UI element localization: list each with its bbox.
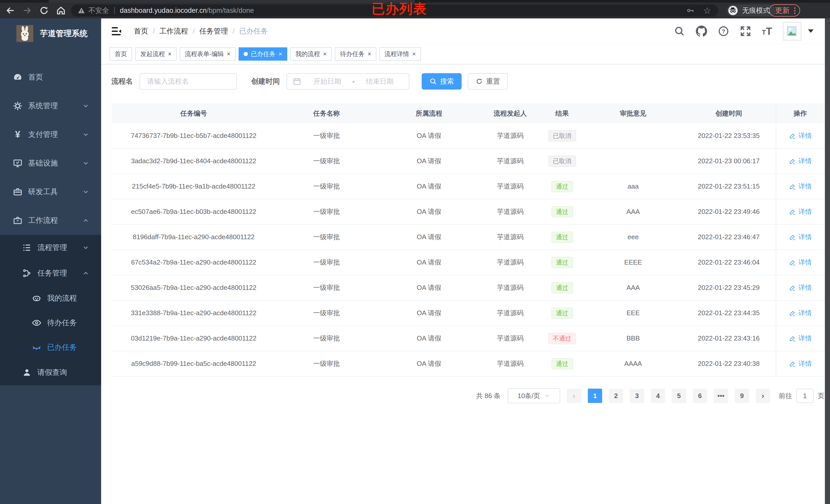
page-button-9[interactable]: 9: [735, 389, 749, 403]
sidebar-item-研发工具[interactable]: 研发工具: [0, 177, 101, 206]
breadcrumb-item-工作流程[interactable]: 工作流程: [159, 26, 188, 36]
help-icon[interactable]: ?: [718, 26, 729, 37]
sidebar-item-流程管理[interactable]: 流程管理: [0, 235, 101, 261]
task-id-cell: 8196daff-7b9a-11ec-a290-acde48001122: [111, 225, 276, 249]
fullscreen-icon[interactable]: [740, 26, 751, 37]
create-time-cell: 2022-01-22 23:45:29: [682, 275, 776, 300]
password-key-icon[interactable]: [687, 6, 695, 14]
tab-待办任务[interactable]: 待办任务×: [335, 47, 376, 61]
goto-page-input[interactable]: [796, 389, 813, 403]
sidebar-item-系统管理[interactable]: 系统管理: [0, 92, 101, 120]
status-badge: 通过: [551, 282, 573, 294]
app-logo-row[interactable]: 芋道管理系统: [0, 19, 101, 48]
task-name-cell: 一级审批: [276, 199, 377, 224]
page-size-select[interactable]: 10条/页: [508, 389, 560, 403]
breadcrumb: 首页/工作流程/任务管理/已办任务: [134, 26, 268, 36]
comment-cell: [584, 149, 682, 173]
sidebar-collapse-icon[interactable]: [110, 25, 122, 37]
sidebar-item-任务管理[interactable]: 任务管理: [0, 261, 101, 286]
page-button-2[interactable]: 2: [609, 389, 623, 403]
process-cell: OA 请假: [377, 149, 481, 173]
bookmark-star-icon[interactable]: ☆: [703, 6, 711, 14]
detail-link[interactable]: 详情: [789, 334, 812, 343]
home-icon[interactable]: [56, 5, 66, 15]
tab-首页[interactable]: 首页: [109, 47, 132, 61]
forward-icon[interactable]: [22, 5, 32, 15]
close-tab-icon[interactable]: ×: [323, 51, 327, 57]
detail-link[interactable]: 详情: [789, 131, 812, 140]
actions-cell: 详情: [776, 123, 824, 148]
window-scrollbar[interactable]: [825, 19, 830, 504]
browser-update-button[interactable]: 更新: [769, 4, 800, 16]
security-label[interactable]: 不安全: [88, 6, 109, 15]
not-secure-warning-icon[interactable]: [77, 7, 85, 14]
breadcrumb-item-任务管理[interactable]: 任务管理: [199, 26, 228, 36]
tab-流程详情[interactable]: 流程详情×: [379, 47, 421, 61]
close-tab-icon[interactable]: ×: [168, 51, 171, 57]
avatar-caret-icon[interactable]: [808, 29, 813, 33]
detail-link[interactable]: 详情: [789, 258, 812, 267]
process-cell: OA 请假: [377, 275, 481, 300]
sidebar-item-待办任务[interactable]: 待办任务: [0, 311, 101, 335]
search-icon[interactable]: [674, 26, 685, 37]
url-path: /bpm/task/done: [206, 7, 254, 14]
back-icon[interactable]: [5, 5, 15, 15]
detail-link[interactable]: 详情: [789, 233, 812, 241]
process-cell: OA 请假: [377, 326, 481, 351]
detail-link[interactable]: 详情: [789, 359, 812, 368]
start-date-placeholder[interactable]: 开始日期: [304, 77, 351, 86]
breadcrumb-item-首页[interactable]: 首页: [134, 26, 148, 36]
tab-已办任务[interactable]: 已办任务×: [238, 47, 287, 61]
result-cell: 已取消: [540, 149, 584, 173]
robot-icon: [32, 294, 41, 303]
browser-active-tab[interactable]: [49, 0, 415, 3]
column-header-结果: 结果: [540, 103, 584, 123]
detail-link[interactable]: 详情: [789, 308, 812, 317]
date-range-input[interactable]: 开始日期 - 结束日期: [286, 73, 409, 90]
close-tab-icon[interactable]: ×: [412, 51, 416, 57]
end-date-placeholder[interactable]: 结束日期: [356, 77, 404, 86]
github-icon[interactable]: [696, 26, 707, 37]
close-tab-icon[interactable]: ×: [227, 51, 230, 57]
result-cell: 通过: [540, 174, 584, 199]
page-button-6[interactable]: 6: [693, 389, 707, 403]
status-badge: 已取消: [548, 130, 576, 141]
detail-link[interactable]: 详情: [789, 157, 812, 166]
more-pages-button[interactable]: •••: [714, 389, 728, 403]
sidebar-item-已办任务[interactable]: 已办任务: [0, 335, 101, 360]
page-button-1[interactable]: 1: [588, 389, 602, 403]
sidebar-item-请假查询[interactable]: 请假查询: [0, 360, 101, 385]
close-tab-icon[interactable]: ×: [368, 51, 371, 57]
prev-page-button[interactable]: ‹: [567, 389, 581, 403]
page-button-5[interactable]: 5: [672, 389, 686, 403]
sidebar-item-我的流程[interactable]: 我的流程: [0, 286, 101, 311]
process-name-input[interactable]: 请输入流程名: [139, 73, 237, 90]
task-name-cell: 一级审批: [276, 351, 377, 376]
comment-cell: [584, 123, 682, 148]
avatar[interactable]: [783, 22, 801, 40]
detail-link[interactable]: 详情: [789, 207, 812, 216]
search-button[interactable]: 搜索: [422, 73, 461, 90]
sidebar-item-支付管理[interactable]: ¥ 支付管理: [0, 120, 101, 149]
comment-cell: EEE: [584, 301, 682, 326]
font-size-icon[interactable]: TT: [762, 26, 772, 36]
page-button-3[interactable]: 3: [630, 389, 644, 403]
tab-流程表单-编辑[interactable]: 流程表单-编辑×: [180, 47, 235, 61]
sidebar-item-基础设施[interactable]: 基础设施: [0, 149, 101, 177]
status-badge: 通过: [551, 257, 573, 268]
sidebar-item-工作流程[interactable]: 工作流程: [0, 206, 101, 235]
sidebar-item-首页[interactable]: 首页: [0, 63, 101, 92]
detail-link[interactable]: 详情: [789, 182, 812, 191]
page-button-4[interactable]: 4: [651, 389, 665, 403]
chevron-down-icon: [82, 188, 89, 196]
tab-发起流程[interactable]: 发起流程×: [135, 47, 177, 61]
pagination: 共 86 条 10条/页 ‹ 123456•••9 › 前往 页: [111, 389, 824, 403]
reload-icon[interactable]: [39, 5, 49, 15]
browser-menu-icon[interactable]: [794, 7, 795, 14]
reset-button[interactable]: 重置: [468, 73, 508, 90]
close-tab-icon[interactable]: ×: [279, 51, 282, 57]
table-row: 74736737-7b9b-11ec-b5b7-acde48001122一级审批…: [111, 123, 824, 149]
tab-我的流程[interactable]: 我的流程×: [290, 47, 332, 61]
detail-link[interactable]: 详情: [789, 283, 812, 292]
next-page-button[interactable]: ›: [756, 389, 770, 403]
